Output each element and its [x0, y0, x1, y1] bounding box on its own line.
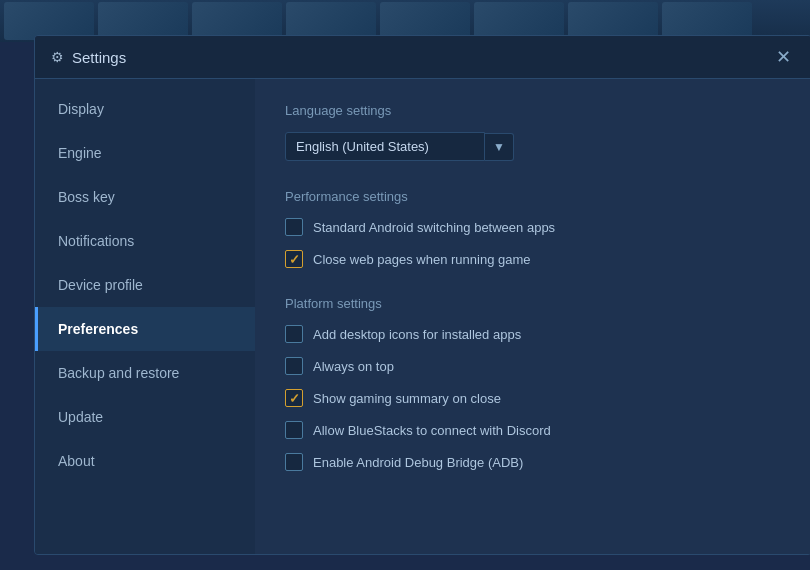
platform-label-5: Enable Android Debug Bridge (ADB) [313, 455, 523, 470]
platform-checkbox-2[interactable] [285, 357, 303, 375]
platform-label-4: Allow BlueStacks to connect with Discord [313, 423, 551, 438]
perf-checkbox-1[interactable] [285, 218, 303, 236]
main-panel: Language settings English (United States… [255, 79, 810, 554]
title-bar-left: ⚙ Settings [51, 49, 126, 66]
platform-checkbox-row-5: Enable Android Debug Bridge (ADB) [285, 453, 781, 471]
perf-label-2: Close web pages when running game [313, 252, 531, 267]
perf-label-1: Standard Android switching between apps [313, 220, 555, 235]
perf-checkbox-row-1: Standard Android switching between apps [285, 218, 781, 236]
performance-section: Performance settings Standard Android sw… [285, 189, 781, 268]
platform-checkbox-5[interactable] [285, 453, 303, 471]
platform-label-3: Show gaming summary on close [313, 391, 501, 406]
language-dropdown-container: English (United States) English (United … [285, 132, 781, 161]
content-area: Display Engine Boss key Notifications De… [35, 79, 810, 554]
title-bar: ⚙ Settings ✕ [35, 36, 810, 79]
close-button[interactable]: ✕ [772, 46, 795, 68]
platform-checkbox-4[interactable] [285, 421, 303, 439]
platform-label-1: Add desktop icons for installed apps [313, 327, 521, 342]
performance-section-label: Performance settings [285, 189, 781, 204]
platform-checkbox-row-2: Always on top [285, 357, 781, 375]
platform-checkbox-row-4: Allow BlueStacks to connect with Discord [285, 421, 781, 439]
perf-checkbox-2[interactable] [285, 250, 303, 268]
sidebar-item-boss-key[interactable]: Boss key [35, 175, 255, 219]
language-dropdown-arrow[interactable]: ▼ [485, 133, 514, 161]
platform-section: Platform settings Add desktop icons for … [285, 296, 781, 471]
sidebar: Display Engine Boss key Notifications De… [35, 79, 255, 554]
dialog-title: Settings [72, 49, 126, 66]
sidebar-item-display[interactable]: Display [35, 87, 255, 131]
language-section-label: Language settings [285, 103, 781, 118]
sidebar-item-backup-restore[interactable]: Backup and restore [35, 351, 255, 395]
language-select[interactable]: English (United States) English (United … [285, 132, 485, 161]
sidebar-item-notifications[interactable]: Notifications [35, 219, 255, 263]
perf-checkbox-row-2: Close web pages when running game [285, 250, 781, 268]
platform-checkbox-row-3: Show gaming summary on close [285, 389, 781, 407]
gear-icon: ⚙ [51, 49, 64, 65]
platform-checkbox-row-1: Add desktop icons for installed apps [285, 325, 781, 343]
sidebar-item-preferences[interactable]: Preferences [35, 307, 255, 351]
platform-label-2: Always on top [313, 359, 394, 374]
sidebar-item-update[interactable]: Update [35, 395, 255, 439]
settings-dialog: ⚙ Settings ✕ Display Engine Boss key Not… [34, 35, 810, 555]
sidebar-item-engine[interactable]: Engine [35, 131, 255, 175]
language-section: Language settings English (United States… [285, 103, 781, 161]
sidebar-item-about[interactable]: About [35, 439, 255, 483]
platform-checkbox-1[interactable] [285, 325, 303, 343]
sidebar-item-device-profile[interactable]: Device profile [35, 263, 255, 307]
platform-checkbox-3[interactable] [285, 389, 303, 407]
platform-section-label: Platform settings [285, 296, 781, 311]
